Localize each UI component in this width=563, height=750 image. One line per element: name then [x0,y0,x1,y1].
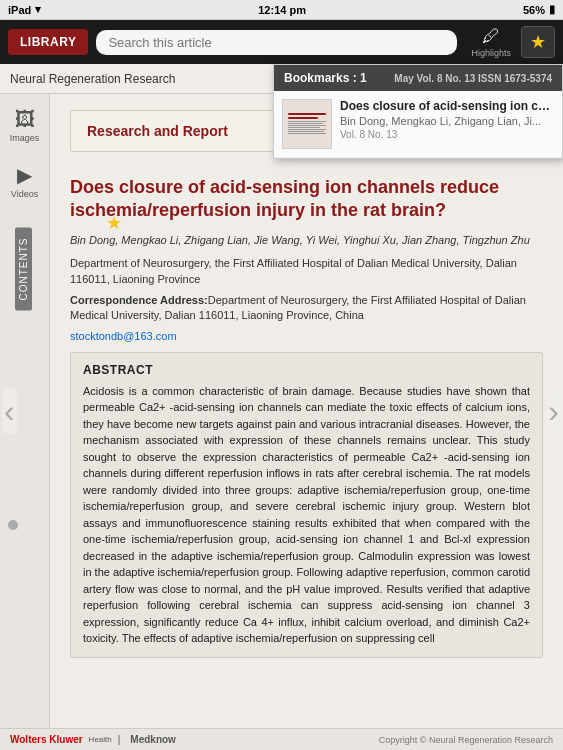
bookmark-info: Does closure of acid-sensing ion ch... B… [340,99,554,140]
article-authors: Bin Dong, Mengkao Li, Zhigang Lian, Jie … [70,233,543,248]
status-time: 12:14 pm [258,4,306,16]
bookmark-thumb-inner [285,110,329,138]
article-correspondence: Correspondence Address:Department of Neu… [70,293,543,324]
sidebar-item-videos[interactable]: ▶ Videos [0,157,49,205]
wk-sub: Health [89,735,112,744]
journal-title: Neural Regeneration Research [10,72,175,86]
highlights-label: Highlights [471,48,511,58]
page-indicator-dot [8,520,18,530]
article-title: Does closure of acid-sensing ion channel… [70,176,543,223]
article-affiliation: Department of Neurosurgery, the First Af… [70,256,543,287]
battery-label: 56% [523,4,545,16]
bookmarks-button[interactable]: ★ [521,26,555,58]
carrier-label: iPad [8,4,31,16]
bookmark-item-authors: Bin Dong, Mengkao Li, Zhigang Lian, Ji..… [340,115,554,127]
bookmark-item-title: Does closure of acid-sensing ion ch... [340,99,554,113]
bottom-bar: Wolters Kluwer Health | Medknow Copyrigh… [0,728,563,750]
article-area[interactable]: Research and Report ★ Does closure of ac… [50,94,563,728]
abstract-title: ABSTRACT [83,363,530,377]
wifi-icon: ▾ [35,3,41,16]
medknow-label: Medknow [130,734,176,745]
bookmark-item[interactable]: Does closure of acid-sensing ion ch... B… [274,91,562,158]
bookmark-item-volume: Vol. 8 No. 13 [340,129,554,140]
bottom-logo: Wolters Kluwer Health | Medknow [10,734,176,745]
separator: | [118,734,121,745]
bookmarks-dropdown: Bookmarks : 1 May Vol. 8 No. 13 ISSN 167… [273,64,563,159]
bookmarks-count: Bookmarks : 1 [284,71,367,85]
left-nav-arrow[interactable]: ‹ [2,389,17,434]
bookmarks-issue-info: May Vol. 8 No. 13 ISSN 1673-5374 [394,73,552,84]
status-left: iPad ▾ [8,3,41,16]
images-label: Images [10,133,40,143]
bookmark-thumbnail [282,99,332,149]
highlights-icon: 🖊 [482,26,500,47]
images-icon: 🖼 [15,108,35,131]
bookmarks-header: Bookmarks : 1 May Vol. 8 No. 13 ISSN 167… [274,65,562,91]
article-email[interactable]: stocktondb@163.com [70,330,543,342]
abstract-text: Acidosis is a common characteristic of b… [83,383,530,647]
star-icon: ★ [530,32,546,52]
toolbar-icons: 🖊 Highlights ★ [465,24,555,60]
sidebar-item-images[interactable]: 🖼 Images [0,102,49,149]
highlights-button[interactable]: 🖊 Highlights [465,24,517,60]
videos-icon: ▶ [17,163,32,187]
abstract-box: ABSTRACT Acidosis is a common characteri… [70,352,543,658]
status-bar: iPad ▾ 12:14 pm 56% ▮ [0,0,563,20]
article-star-bookmark: ★ [106,212,122,234]
battery-icon: ▮ [549,3,555,16]
main-area: 🖼 Images ▶ Videos CONTENTS Research and … [0,94,563,728]
toolbar: LIBRARY 🖊 Highlights ★ [0,20,563,64]
wk-logo: Wolters Kluwer [10,734,83,745]
bottom-copyright: Copyright © Neural Regeneration Research [379,735,553,745]
search-input[interactable] [96,30,457,55]
status-right: 56% ▮ [523,3,555,16]
contents-tab[interactable]: CONTENTS [15,228,32,311]
videos-label: Videos [11,189,38,199]
search-container [96,30,457,55]
correspondence-label: Correspondence Address: [70,294,208,306]
right-nav-arrow[interactable]: › [546,389,561,434]
library-button[interactable]: LIBRARY [8,29,88,55]
